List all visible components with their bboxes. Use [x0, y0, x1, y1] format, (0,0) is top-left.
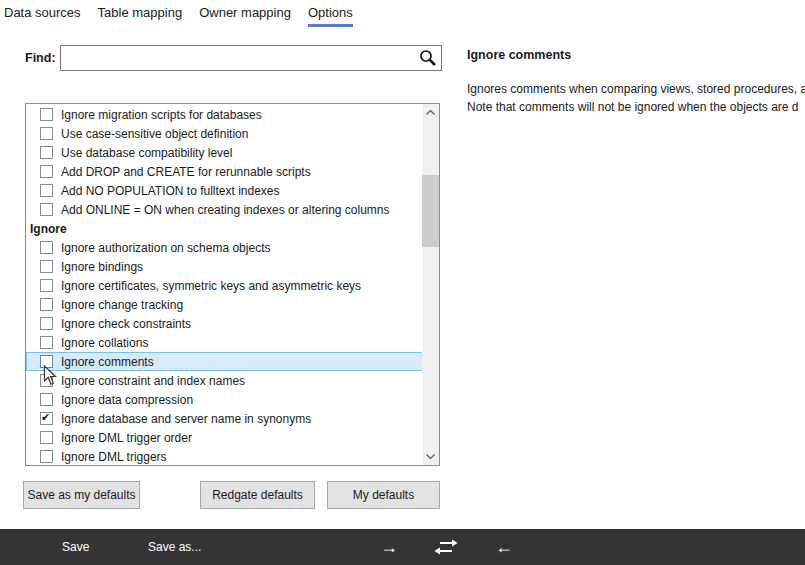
option-row-use-case-sensitive-object-definition[interactable]: Use case-sensitive object definition — [26, 124, 423, 143]
find-label: Find: — [25, 51, 56, 65]
scroll-down-icon[interactable] — [422, 448, 439, 465]
swap-arrows-icon[interactable] — [434, 529, 458, 565]
find-input[interactable] — [60, 45, 442, 71]
tab-owner-mapping[interactable]: Owner mapping — [199, 2, 291, 27]
description-line: Note that comments will not be ignored w… — [467, 99, 805, 117]
arrow-right-icon[interactable]: → — [380, 529, 398, 565]
tab-data-sources[interactable]: Data sources — [4, 2, 81, 27]
option-row-ignore-change-tracking[interactable]: Ignore change tracking — [26, 295, 423, 314]
option-label: Ignore data compression — [61, 393, 193, 407]
options-list: Ignore migration scripts for databasesUs… — [25, 103, 440, 466]
option-label: Ignore DML triggers — [61, 450, 167, 464]
redgate-defaults-button[interactable]: Redgate defaults — [200, 481, 315, 509]
scroll-up-icon[interactable] — [422, 104, 439, 121]
option-row-ignore-data-compression[interactable]: Ignore data compression — [26, 390, 423, 409]
option-row-ignore-migration-scripts-for-databases[interactable]: Ignore migration scripts for databases — [26, 105, 423, 124]
option-row-ignore-dml-trigger-order[interactable]: Ignore DML trigger order — [26, 428, 423, 447]
checkbox-ignore-authorization-on-schema-objects[interactable] — [40, 241, 53, 254]
checkbox-ignore-dml-triggers[interactable] — [40, 450, 53, 463]
checkbox-ignore-migration-scripts-for-databases[interactable] — [40, 108, 53, 121]
checkbox-ignore-database-and-server-name-in-synonyms[interactable] — [40, 412, 53, 425]
option-label: Ignore change tracking — [61, 298, 183, 312]
section-header-ignore: Ignore — [26, 219, 423, 238]
save-as-my-defaults-button[interactable]: Save as my defaults — [23, 481, 140, 509]
checkbox-use-database-compatibility-level[interactable] — [40, 146, 53, 159]
checkbox-ignore-dml-trigger-order[interactable] — [40, 431, 53, 444]
options-rows: Ignore migration scripts for databasesUs… — [26, 105, 423, 466]
options-dialog: { "tabs": [ { "label": "Data sources", "… — [0, 0, 805, 565]
find-field-wrap — [60, 45, 442, 71]
save-as-button[interactable]: Save as... — [148, 529, 201, 565]
option-label: Ignore check constraints — [61, 317, 191, 331]
checkbox-add-online-on-when-creating-indexes-or-altering-columns[interactable] — [40, 203, 53, 216]
checkbox-add-no-population-to-fulltext-indexes[interactable] — [40, 184, 53, 197]
my-defaults-button[interactable]: My defaults — [327, 481, 440, 509]
option-label: Add ONLINE = ON when creating indexes or… — [61, 203, 390, 217]
option-row-ignore-check-constraints[interactable]: Ignore check constraints — [26, 314, 423, 333]
checkbox-ignore-check-constraints[interactable] — [40, 317, 53, 330]
checkbox-ignore-bindings[interactable] — [40, 260, 53, 273]
option-row-add-no-population-to-fulltext-indexes[interactable]: Add NO POPULATION to fulltext indexes — [26, 181, 423, 200]
checkbox-ignore-certificates-symmetric-keys-and-asymmetric-keys[interactable] — [40, 279, 53, 292]
option-detail-description: Ignores comments when comparing views, s… — [467, 81, 805, 116]
option-detail-title: Ignore comments — [467, 48, 805, 62]
option-row-ignore-comments[interactable]: Ignore comments — [26, 352, 423, 371]
scrollbar-thumb[interactable] — [422, 175, 439, 247]
option-label: Ignore database and server name in synon… — [61, 412, 311, 426]
option-label: Add DROP and CREATE for rerunnable scrip… — [61, 165, 311, 179]
tab-options[interactable]: Options — [308, 2, 353, 27]
tab-bar: Data sourcesTable mappingOwner mappingOp… — [4, 2, 370, 27]
option-label: Use database compatibility level — [61, 146, 232, 160]
option-label: Add NO POPULATION to fulltext indexes — [61, 184, 280, 198]
option-row-use-database-compatibility-level[interactable]: Use database compatibility level — [26, 143, 423, 162]
option-label: Ignore comments — [61, 355, 154, 369]
option-label: Ignore migration scripts for databases — [61, 108, 262, 122]
checkbox-ignore-collations[interactable] — [40, 336, 53, 349]
option-row-ignore-dml-triggers[interactable]: Ignore DML triggers — [26, 447, 423, 466]
option-row-ignore-database-and-server-name-in-synonyms[interactable]: Ignore database and server name in synon… — [26, 409, 423, 428]
option-label: Ignore bindings — [61, 260, 143, 274]
description-line: Ignores comments when comparing views, s… — [467, 81, 805, 99]
arrow-left-icon[interactable]: ← — [495, 529, 513, 565]
option-label: Ignore certificates, symmetric keys and … — [61, 279, 361, 293]
option-label: Ignore constraint and index names — [61, 374, 245, 388]
option-detail-panel: Ignore comments Ignores comments when co… — [467, 48, 805, 116]
checkbox-ignore-comments[interactable] — [40, 355, 53, 368]
checkbox-ignore-data-compression[interactable] — [40, 393, 53, 406]
option-row-ignore-bindings[interactable]: Ignore bindings — [26, 257, 423, 276]
option-row-ignore-collations[interactable]: Ignore collations — [26, 333, 423, 352]
scrollbar[interactable] — [422, 104, 439, 465]
bottom-toolbar: Save Save as... → ← OK — [0, 529, 805, 565]
checkbox-use-case-sensitive-object-definition[interactable] — [40, 127, 53, 140]
option-row-add-drop-and-create-for-rerunnable-scripts[interactable]: Add DROP and CREATE for rerunnable scrip… — [26, 162, 423, 181]
tab-table-mapping[interactable]: Table mapping — [98, 2, 183, 27]
option-label: Ignore DML trigger order — [61, 431, 192, 445]
save-button[interactable]: Save — [62, 529, 89, 565]
option-row-ignore-authorization-on-schema-objects[interactable]: Ignore authorization on schema objects — [26, 238, 423, 257]
option-label: Use case-sensitive object definition — [61, 127, 248, 141]
option-row-add-online-on-when-creating-indexes-or-altering-columns[interactable]: Add ONLINE = ON when creating indexes or… — [26, 200, 423, 219]
checkbox-ignore-change-tracking[interactable] — [40, 298, 53, 311]
option-label: Ignore authorization on schema objects — [61, 241, 270, 255]
checkbox-ignore-constraint-and-index-names[interactable] — [40, 374, 53, 387]
search-icon[interactable] — [419, 49, 437, 67]
option-row-ignore-constraint-and-index-names[interactable]: Ignore constraint and index names — [26, 371, 423, 390]
checkbox-add-drop-and-create-for-rerunnable-scripts[interactable] — [40, 165, 53, 178]
option-row-ignore-certificates-symmetric-keys-and-asymmetric-keys[interactable]: Ignore certificates, symmetric keys and … — [26, 276, 423, 295]
option-label: Ignore collations — [61, 336, 148, 350]
